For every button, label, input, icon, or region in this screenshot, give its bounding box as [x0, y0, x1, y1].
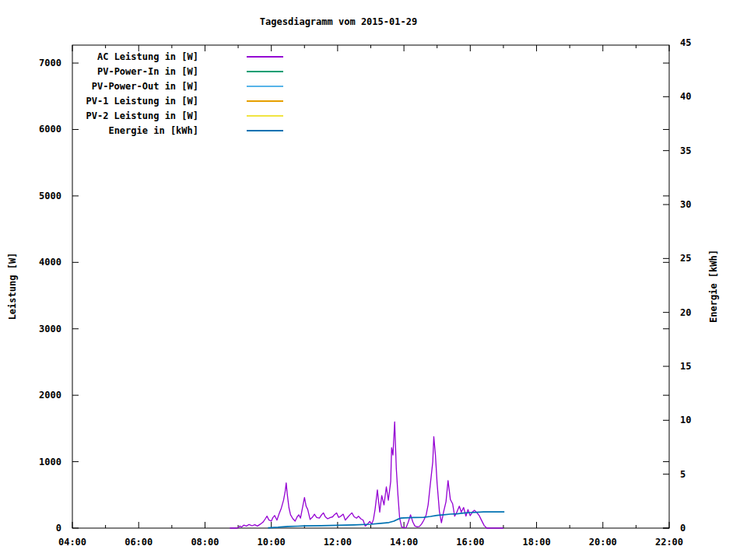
y-left-tick-label: 5000 — [39, 191, 61, 201]
y-right-tick-label: 25 — [680, 253, 691, 264]
legend-entry: AC Leistung in [W] — [76, 49, 283, 64]
x-tick-label: 08:00 — [191, 537, 219, 548]
x-tick-label: 16:00 — [456, 537, 484, 548]
y-left-tick-label: 6000 — [39, 124, 61, 135]
x-tick-label: 06:00 — [124, 537, 153, 548]
legend-line-sample — [247, 86, 283, 87]
y-right-tick-label: 20 — [680, 307, 691, 318]
legend-line-sample — [247, 115, 283, 117]
legend: AC Leistung in [W]PV-Power-In in [W]PV-P… — [76, 49, 283, 138]
y-right-tick-label: 30 — [680, 199, 691, 210]
y-left-tick-label: 3000 — [39, 324, 61, 334]
y-right-tick-label: 0 — [680, 523, 686, 534]
y-right-tick-label: 5 — [680, 469, 686, 480]
y-left-tick-label: 7000 — [39, 58, 61, 68]
x-tick-label: 04:00 — [58, 537, 86, 548]
legend-entry: PV-Power-In in [W] — [76, 64, 283, 79]
legend-label: PV-Power-Out in [W] — [76, 81, 198, 92]
x-tick-label: 18:00 — [522, 537, 550, 548]
series-energie-in-kwh — [268, 512, 504, 527]
y-left-tick-label: 2000 — [39, 390, 61, 401]
y-left-tick-label: 4000 — [39, 257, 61, 268]
legend-line-sample — [247, 130, 283, 131]
legend-label: AC Leistung in [W] — [76, 51, 198, 62]
legend-label: PV-1 Leistung in [W] — [76, 96, 198, 107]
x-tick-label: 10:00 — [258, 537, 286, 548]
legend-entry: PV-1 Leistung in [W] — [76, 93, 283, 108]
x-tick-label: 22:00 — [655, 537, 683, 548]
y-right-tick-label: 10 — [680, 415, 691, 425]
y-right-tick-label: 45 — [680, 37, 691, 48]
x-tick-label: 20:00 — [589, 537, 617, 548]
y-right-tick-label: 40 — [680, 91, 691, 102]
legend-label: PV-2 Leistung in [W] — [76, 110, 198, 121]
series-ac-leistung-in-w — [230, 422, 503, 528]
legend-line-sample — [247, 71, 283, 72]
legend-label: Energie in [kWh] — [76, 125, 198, 136]
legend-line-sample — [247, 100, 283, 102]
legend-entry: PV-Power-Out in [W] — [76, 79, 283, 93]
legend-entry: Energie in [kWh] — [76, 123, 283, 138]
y-left-tick-label: 0 — [56, 523, 61, 534]
y-right-tick-label: 15 — [680, 361, 691, 372]
legend-label: PV-Power-In in [W] — [76, 66, 198, 77]
legend-entry: PV-2 Leistung in [W] — [76, 108, 283, 123]
x-tick-label: 14:00 — [390, 537, 418, 548]
legend-line-sample — [247, 56, 283, 58]
y-right-tick-label: 35 — [680, 145, 691, 156]
x-tick-label: 12:00 — [324, 537, 352, 548]
y-left-tick-label: 1000 — [39, 457, 61, 467]
